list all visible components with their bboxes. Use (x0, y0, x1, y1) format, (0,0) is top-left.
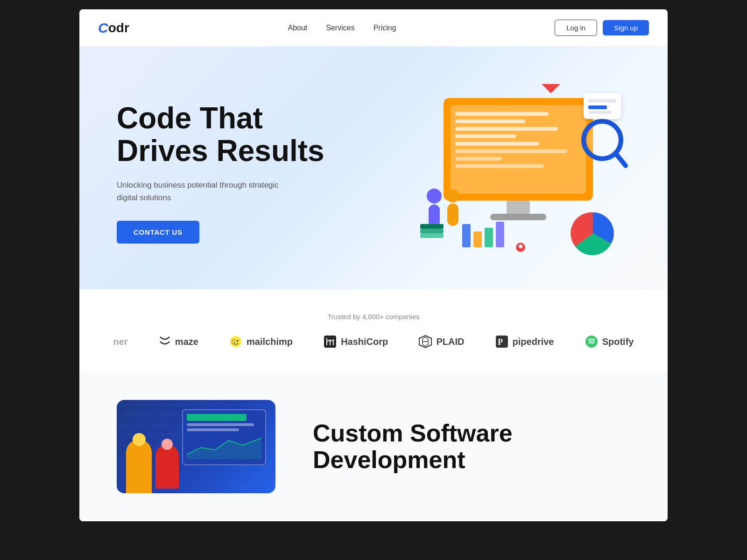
mailchimp-icon (229, 335, 243, 349)
mailchimp-text: mailchimp (247, 336, 293, 347)
illus-figures (117, 440, 275, 493)
trusted-section: Trusted by 4,000+ companies ner maze (79, 289, 668, 372)
nav-about[interactable]: About (288, 24, 307, 32)
svg-point-27 (446, 189, 459, 203)
svg-rect-30 (420, 229, 444, 233)
svg-rect-2 (455, 112, 549, 116)
svg-rect-22 (473, 231, 482, 247)
screen-line-2 (187, 428, 239, 431)
svg-text:P: P (498, 337, 503, 347)
hashicorp-text: HashiCorp (341, 336, 388, 347)
svg-point-25 (427, 189, 442, 203)
ner-text: ner (113, 336, 128, 347)
nav-actions: Log in Sign up (555, 20, 649, 36)
logo-mailchimp: mailchimp (229, 335, 293, 349)
logo[interactable]: C odr (98, 20, 129, 36)
hero-content: Code That Drives Results Unlocking busin… (117, 102, 324, 244)
svg-rect-28 (447, 203, 458, 226)
svg-rect-9 (455, 164, 544, 168)
svg-rect-3 (455, 119, 525, 123)
pipedrive-icon: P (495, 335, 509, 349)
svg-rect-29 (420, 233, 444, 238)
spotify-text: Spotify (602, 336, 634, 347)
maze-icon (158, 335, 171, 348)
pipedrive-text: pipedrive (513, 336, 554, 347)
svg-rect-8 (455, 157, 502, 161)
bottom-illustration (117, 400, 275, 493)
logo-plaid: PLAID (418, 335, 464, 349)
svg-rect-24 (496, 222, 504, 247)
svg-rect-4 (455, 127, 558, 131)
svg-rect-18 (588, 105, 607, 109)
bottom-title: Custom Software Development (313, 420, 513, 473)
nav-services[interactable]: Services (326, 24, 354, 32)
logo-maze: maze (158, 335, 198, 348)
svg-rect-23 (485, 228, 493, 247)
navbar: C odr About Services Pricing Log in Sign… (79, 9, 668, 47)
hero-subtitle: Unlocking business potential through str… (117, 179, 324, 204)
svg-point-13 (587, 125, 617, 155)
hashicorp-icon (323, 335, 337, 349)
signup-button[interactable]: Sign up (603, 20, 649, 35)
spotify-icon (585, 335, 599, 349)
svg-point-37 (232, 339, 235, 344)
logo-spotify: Spotify (585, 335, 634, 349)
svg-rect-19 (588, 111, 612, 114)
svg-point-36 (237, 340, 239, 342)
svg-point-33 (519, 245, 522, 248)
svg-rect-10 (507, 201, 530, 215)
screen-chart-bar (187, 414, 247, 421)
logo-icon: C (98, 20, 108, 36)
screen-line-1 (187, 423, 254, 426)
svg-point-41 (585, 336, 598, 348)
logo-ner: ner (113, 336, 128, 347)
maze-text: maze (175, 336, 198, 347)
hero-section: Code That Drives Results Unlocking busin… (79, 47, 668, 289)
svg-rect-11 (490, 214, 546, 220)
trusted-label: Trusted by 4,000+ companies (98, 313, 649, 321)
svg-line-14 (615, 153, 626, 166)
logo-text: odr (108, 21, 129, 35)
svg-rect-6 (455, 142, 539, 146)
logo-pipedrive: P pipedrive (495, 335, 554, 349)
logo-hashicorp: HashiCorp (323, 335, 388, 349)
hero-title: Code That Drives Results (117, 102, 324, 168)
hero-illustration (406, 84, 630, 261)
svg-rect-7 (455, 149, 567, 153)
svg-rect-17 (588, 99, 616, 103)
browser-frame: C odr About Services Pricing Log in Sign… (79, 9, 668, 521)
svg-marker-15 (542, 84, 560, 93)
bottom-section: Custom Software Development (79, 372, 668, 521)
contact-us-button[interactable]: CONTACT US (117, 221, 199, 244)
nav-links: About Services Pricing (288, 24, 396, 32)
plaid-text: PLAID (436, 336, 464, 347)
login-button[interactable]: Log in (555, 20, 597, 36)
logos-row: ner maze mailchimp (98, 335, 649, 349)
bottom-text: Custom Software Development (313, 420, 513, 473)
svg-rect-31 (420, 224, 444, 229)
svg-rect-5 (455, 134, 516, 138)
svg-rect-21 (462, 224, 471, 247)
nav-pricing[interactable]: Pricing (374, 24, 396, 32)
plaid-icon (418, 335, 432, 349)
